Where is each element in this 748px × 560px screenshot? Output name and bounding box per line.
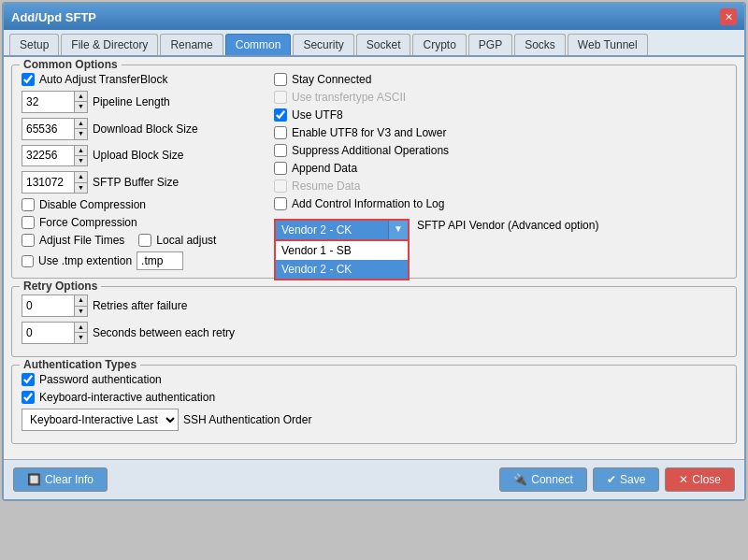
- retries-up[interactable]: ▲: [75, 295, 87, 306]
- tab-socks[interactable]: Socks: [514, 34, 566, 55]
- enable-utf8-row: Enable UTF8 for V3 and Lower: [274, 126, 726, 139]
- tab-rename[interactable]: Rename: [160, 34, 223, 55]
- tab-web-tunnel[interactable]: Web Tunnel: [568, 34, 648, 55]
- tab-common[interactable]: Common: [225, 34, 292, 55]
- disable-compression-label: Disable Compression: [39, 198, 146, 211]
- vendor-dropdown-list: Vendor 1 - SB Vendor 2 - CK: [274, 241, 410, 280]
- window-close-button[interactable]: ✕: [720, 8, 737, 25]
- seconds-spinner: ▲ ▼: [22, 322, 88, 344]
- sftp-arrows: ▲ ▼: [74, 172, 87, 193]
- add-control-row: Add Control Information to Log: [274, 197, 726, 210]
- vendor-option-1[interactable]: Vendor 1 - SB: [276, 241, 408, 260]
- tab-file-directory[interactable]: File & Directory: [61, 34, 158, 55]
- download-up[interactable]: ▲: [75, 119, 87, 129]
- sftp-input[interactable]: [22, 172, 74, 193]
- suppress-checkbox[interactable]: [274, 144, 287, 157]
- pipeline-down[interactable]: ▼: [75, 102, 87, 111]
- auth-order-select[interactable]: Keyboard-Interactive Last Keyboard-Inter…: [22, 409, 178, 430]
- connect-icon: 🔌: [513, 473, 527, 486]
- vendor-dropdown-wrapper: Vendor 2 - CK ▼: [274, 219, 410, 241]
- clear-info-label: Clear Info: [45, 473, 94, 486]
- footer: 🔲 Clear Info 🔌 Connect ✔ Save ✕ Close: [4, 459, 744, 499]
- keyboard-auth-row: Keyboard-interactive authentication: [22, 391, 726, 404]
- vendor-option-2[interactable]: Vendor 2 - CK: [276, 260, 408, 279]
- sftp-down[interactable]: ▼: [75, 183, 87, 193]
- upload-arrows: ▲ ▼: [74, 146, 87, 166]
- seconds-label: Seconds between each retry: [93, 326, 235, 339]
- seconds-input[interactable]: [22, 323, 74, 343]
- use-transfer-ascii-checkbox[interactable]: [274, 91, 287, 104]
- sftp-up[interactable]: ▲: [75, 172, 87, 182]
- seconds-arrows: ▲ ▼: [74, 323, 87, 343]
- save-button[interactable]: ✔ Save: [593, 467, 659, 492]
- pipeline-input[interactable]: [22, 92, 74, 112]
- enable-utf8-checkbox[interactable]: [274, 126, 287, 139]
- connect-button[interactable]: 🔌 Connect: [499, 467, 587, 492]
- use-transfer-ascii-row: Use transfertype ASCII: [274, 91, 726, 104]
- stay-connected-label: Stay Connected: [292, 73, 371, 86]
- adjust-file-times-checkbox[interactable]: [22, 234, 35, 247]
- vendor-selected-display: Vendor 2 - CK: [276, 221, 388, 239]
- pipeline-label: Pipeline Length: [93, 95, 170, 108]
- tab-bar: Setup File & Directory Rename Common Sec…: [4, 30, 744, 57]
- upload-block-row: ▲ ▼ Upload Block Size: [22, 145, 265, 167]
- tab-crypto[interactable]: Crypto: [412, 34, 466, 55]
- suppress-label: Suppress Additional Operations: [292, 144, 449, 157]
- save-icon: ✔: [607, 473, 616, 486]
- keyboard-auth-checkbox[interactable]: [22, 391, 35, 404]
- close-label: Close: [692, 473, 721, 486]
- vendor-area: Vendor 2 - CK ▼ Vendor 1 - SB Vendor 2 -…: [274, 215, 726, 241]
- retries-input[interactable]: [22, 295, 74, 316]
- right-column: Stay Connected Use transfertype ASCII Us…: [274, 73, 726, 270]
- retries-row: ▲ ▼ Retries after failure: [22, 294, 726, 317]
- download-down[interactable]: ▼: [75, 129, 87, 138]
- append-data-checkbox[interactable]: [274, 162, 287, 175]
- append-data-label: Append Data: [292, 162, 357, 175]
- pipeline-length-row: ▲ ▼ Pipeline Length: [22, 91, 265, 113]
- use-tmp-checkbox[interactable]: [22, 255, 34, 267]
- add-control-label: Add Control Information to Log: [292, 197, 444, 210]
- auth-order-row: Keyboard-Interactive Last Keyboard-Inter…: [22, 409, 726, 431]
- force-compression-checkbox[interactable]: [22, 216, 35, 229]
- tmp-extension-input[interactable]: [137, 251, 183, 270]
- tab-setup[interactable]: Setup: [9, 34, 59, 55]
- clear-info-button[interactable]: 🔲 Clear Info: [13, 467, 108, 492]
- upload-up[interactable]: ▲: [75, 146, 87, 156]
- disable-compression-checkbox[interactable]: [22, 198, 35, 211]
- vendor-dropdown-arrow[interactable]: ▼: [388, 221, 408, 239]
- retries-down[interactable]: ▼: [75, 307, 87, 316]
- resume-data-row: Resume Data: [274, 179, 726, 193]
- resume-data-checkbox[interactable]: [274, 179, 287, 193]
- password-auth-checkbox[interactable]: [22, 373, 35, 386]
- suppress-row: Suppress Additional Operations: [274, 144, 726, 157]
- close-button[interactable]: ✕ Close: [665, 467, 735, 492]
- common-options-label: Common Options: [20, 58, 122, 71]
- retries-label: Retries after failure: [93, 299, 187, 312]
- download-input[interactable]: [22, 119, 74, 139]
- stay-connected-checkbox[interactable]: [274, 73, 287, 86]
- upload-input[interactable]: [22, 146, 74, 166]
- tab-socket[interactable]: Socket: [356, 34, 411, 55]
- add-control-checkbox[interactable]: [274, 197, 287, 210]
- connect-label: Connect: [531, 473, 573, 486]
- use-utf8-checkbox[interactable]: [274, 108, 287, 122]
- retry-options-section: Retry Options ▲ ▼ Retries after failure …: [11, 286, 737, 357]
- append-data-row: Append Data: [274, 162, 726, 175]
- seconds-down[interactable]: ▼: [75, 333, 87, 342]
- local-adjust-checkbox[interactable]: [138, 234, 151, 247]
- save-label: Save: [620, 473, 645, 486]
- auto-adjust-label: Auto Adjust TransferBlock: [39, 73, 167, 86]
- use-utf8-label: Use UTF8: [292, 108, 343, 122]
- auto-adjust-checkbox[interactable]: [22, 73, 35, 86]
- adjust-file-times-row: Adjust File Times Local adjust: [22, 234, 265, 247]
- tab-security[interactable]: Security: [293, 34, 353, 55]
- force-compression-label: Force Compression: [39, 216, 137, 229]
- upload-label: Upload Block Size: [93, 149, 183, 162]
- adjust-file-times-label: Adjust File Times: [39, 234, 124, 247]
- upload-down[interactable]: ▼: [75, 156, 87, 165]
- pipeline-up[interactable]: ▲: [75, 92, 87, 102]
- sftp-buffer-row: ▲ ▼ SFTP Buffer Size: [22, 171, 265, 194]
- use-tmp-label: Use .tmp extention: [38, 254, 132, 267]
- tab-pgp[interactable]: PGP: [468, 34, 512, 55]
- seconds-up[interactable]: ▲: [75, 323, 87, 333]
